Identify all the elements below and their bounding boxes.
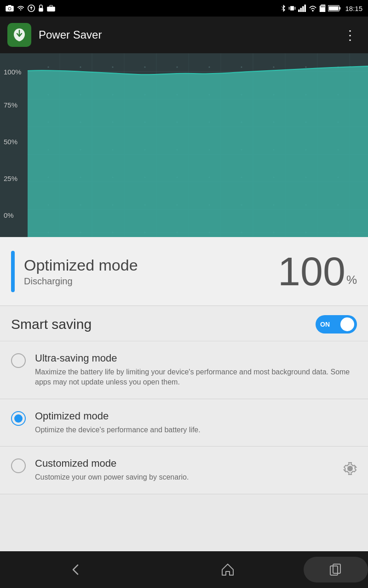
svg-rect-19 xyxy=(339,7,341,9)
mode-list: Ultra-saving mode Maximize the battery l… xyxy=(0,341,368,494)
app-title: Power Saver xyxy=(39,28,340,41)
svg-rect-8 xyxy=(289,7,290,10)
upload-icon xyxy=(28,5,35,12)
optimized-radio[interactable] xyxy=(11,411,26,426)
gear-icon xyxy=(343,462,357,475)
toggle-on-label: ON xyxy=(320,321,330,328)
svg-rect-20 xyxy=(329,6,339,11)
customized-mode-description: Customize your own power saving by scena… xyxy=(35,472,338,482)
app-icon xyxy=(7,23,31,47)
app-bar: Power Saver ⋮ xyxy=(0,17,368,53)
recents-icon xyxy=(329,563,342,576)
current-mode-status: Discharging xyxy=(24,276,278,287)
wifi-status-icon xyxy=(309,5,317,11)
chart-svg xyxy=(0,53,368,237)
svg-rect-11 xyxy=(300,8,302,12)
customized-mode-item[interactable]: Customized mode Customize your own power… xyxy=(0,447,368,494)
ultra-saving-content: Ultra-saving mode Maximize the battery l… xyxy=(35,352,357,388)
svg-rect-3 xyxy=(8,5,12,6)
ultra-saving-mode-name: Ultra-saving mode xyxy=(35,352,357,364)
ultra-saving-radio[interactable] xyxy=(11,353,26,368)
overflow-menu-button[interactable]: ⋮ xyxy=(340,24,361,46)
optimized-mode-description: Optimize the device's performance and ba… xyxy=(35,425,357,435)
status-time: 18:15 xyxy=(345,5,362,12)
chart-y-label-75: 75% xyxy=(4,101,17,109)
svg-rect-10 xyxy=(299,10,300,12)
svg-point-14 xyxy=(312,10,314,12)
mode-info: Optimized mode Discharging xyxy=(24,256,278,287)
chart-y-label-100: 100% xyxy=(4,68,21,76)
vibrate-icon xyxy=(288,5,296,12)
briefcase-icon xyxy=(47,5,55,11)
smart-saving-toggle[interactable]: ON xyxy=(316,315,357,334)
photo-icon xyxy=(6,5,14,11)
lock-icon xyxy=(38,5,44,12)
svg-rect-15 xyxy=(321,6,322,7)
chart-y-label-25: 25% xyxy=(4,175,17,182)
optimized-content: Optimized mode Optimize the device's per… xyxy=(35,410,357,435)
toggle-knob xyxy=(340,317,354,331)
back-icon xyxy=(69,562,83,577)
status-icons-left xyxy=(6,5,55,12)
current-mode-title: Optimized mode xyxy=(24,256,278,275)
bottom-navigation-bar xyxy=(0,551,368,588)
svg-rect-9 xyxy=(295,7,296,10)
battery-icon xyxy=(328,5,341,11)
customized-radio[interactable] xyxy=(11,458,26,473)
svg-rect-6 xyxy=(47,7,55,12)
smart-saving-label: Smart saving xyxy=(11,317,316,332)
customized-mode-gear-icon[interactable] xyxy=(343,462,357,479)
battery-display: 100 % xyxy=(278,251,357,292)
status-bar: 18:15 xyxy=(0,0,368,17)
svg-rect-7 xyxy=(290,6,294,11)
mode-indicator-bar xyxy=(11,251,15,292)
customized-content: Customized mode Customize your own power… xyxy=(35,458,338,482)
chart-y-label-50: 50% xyxy=(4,138,17,146)
customized-mode-name: Customized mode xyxy=(35,458,338,469)
battery-number: 100 xyxy=(278,251,345,292)
home-button[interactable] xyxy=(152,551,304,588)
svg-point-2 xyxy=(9,8,11,10)
wifi-icon xyxy=(17,5,25,11)
home-icon xyxy=(220,562,235,577)
ultra-saving-mode-description: Maximize the battery life by limiting yo… xyxy=(35,367,357,388)
svg-rect-13 xyxy=(305,5,306,12)
app-logo-icon xyxy=(12,27,27,43)
recents-button[interactable] xyxy=(304,557,368,582)
smart-saving-section: Smart saving ON xyxy=(0,306,368,341)
battery-chart: 100% 75% 50% 25% 0% xyxy=(0,53,368,237)
back-button[interactable] xyxy=(0,551,152,588)
svg-rect-16 xyxy=(322,6,323,7)
svg-point-42 xyxy=(349,467,351,469)
svg-rect-17 xyxy=(324,6,325,7)
ultra-saving-mode-item[interactable]: Ultra-saving mode Maximize the battery l… xyxy=(0,341,368,399)
bluetooth-icon xyxy=(281,4,286,12)
chart-y-label-0: 0% xyxy=(4,211,14,219)
svg-rect-12 xyxy=(302,6,304,12)
svg-rect-5 xyxy=(39,8,43,11)
status-icons-right: 18:15 xyxy=(281,4,362,12)
sd-card-icon xyxy=(319,5,326,12)
optimized-mode-name: Optimized mode xyxy=(35,410,357,422)
battery-unit: % xyxy=(346,273,357,287)
signal-icon xyxy=(298,5,306,12)
optimized-mode-item[interactable]: Optimized mode Optimize the device's per… xyxy=(0,399,368,447)
status-panel: Optimized mode Discharging 100 % xyxy=(0,237,368,306)
